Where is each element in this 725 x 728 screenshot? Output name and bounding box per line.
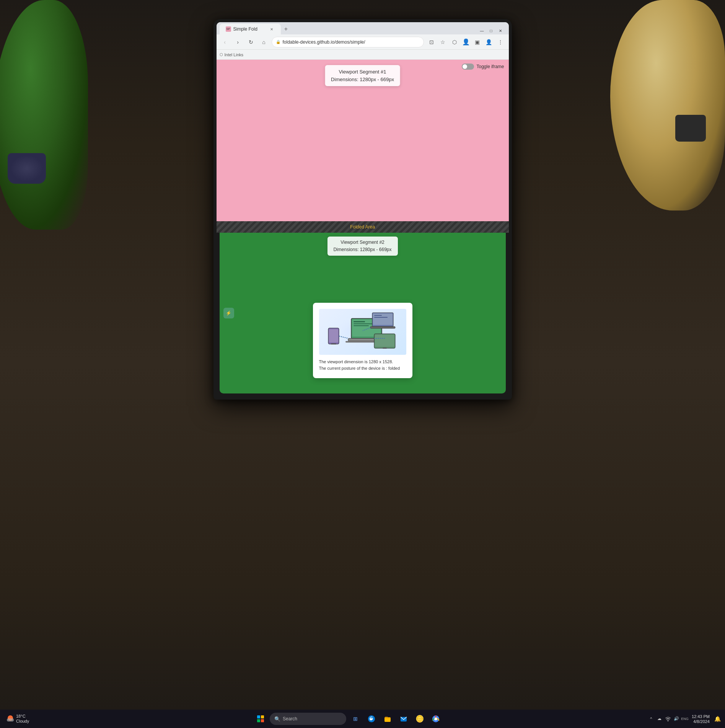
close-button[interactable]: ✕	[497, 27, 504, 34]
taskbar-center: 🔍 Search ⊞ 🪙	[51, 712, 646, 726]
plant-pot	[8, 153, 46, 184]
chrome-icon[interactable]	[429, 712, 443, 726]
svg-rect-12	[374, 317, 388, 318]
task-view-button[interactable]: ⊞	[349, 712, 362, 726]
wifi-icon[interactable]	[664, 715, 672, 723]
maximize-button[interactable]: □	[487, 27, 495, 34]
forward-button[interactable]: ›	[233, 37, 243, 47]
mug-decoration	[675, 115, 706, 142]
speaker-icon[interactable]: 🔊	[673, 715, 680, 723]
new-tab-button[interactable]: +	[281, 24, 292, 34]
viewport-segment-2-dims: Dimensions: 1280px - 669px	[333, 246, 391, 253]
info-card: The viewport dimension is 1280 x 1528. T…	[313, 303, 412, 378]
viewport-segment-1-title: Viewport Segment #1	[331, 68, 394, 76]
taskbar-search[interactable]: 🔍 Search	[270, 713, 346, 725]
device-top-bezel: SF Simple Fold ✕ + — □ ✕ ‹ ›	[213, 19, 512, 400]
menu-button[interactable]: ⋮	[495, 37, 506, 47]
edge-browser-icon[interactable]	[365, 712, 378, 726]
bookmarks-label[interactable]: Intel Links	[225, 52, 244, 57]
extension-button[interactable]: ⬡	[449, 37, 460, 47]
svg-rect-17	[329, 329, 338, 343]
viewport-segment-2-title: Viewport Segment #2	[333, 239, 391, 246]
account-button[interactable]: 👤	[484, 37, 494, 47]
tab-title-text: Simple Fold	[233, 26, 257, 32]
sidebar-button[interactable]: ▣	[472, 37, 483, 47]
bookmarks-bar: ⬡ Intel Links	[217, 50, 509, 60]
temperature: 18°C	[16, 714, 29, 719]
language-icon[interactable]: ENG	[681, 715, 689, 723]
minimize-button[interactable]: —	[478, 27, 486, 34]
side-icon-symbol: ⚡	[226, 310, 231, 316]
coin-app-icon[interactable]: 🪙	[413, 712, 427, 726]
tray-arrow[interactable]: ^	[647, 715, 655, 723]
security-icon: 🔒	[276, 40, 280, 44]
device-illustration	[319, 309, 406, 355]
weather-widget[interactable]: 18°C Cloudy	[3, 712, 32, 725]
refresh-button[interactable]: ↻	[246, 37, 256, 47]
search-icon: 🔍	[274, 716, 280, 722]
svg-rect-10	[370, 326, 395, 328]
svg-rect-18	[331, 343, 336, 344]
win-square-4	[261, 719, 264, 722]
cast-button[interactable]: ⊡	[426, 37, 437, 47]
top-screen: SF Simple Fold ✕ + — □ ✕ ‹ ›	[217, 22, 509, 221]
viewport-dimension-text: The viewport dimension is 1280 x 1528.	[319, 359, 406, 366]
active-tab[interactable]: SF Simple Fold ✕	[220, 24, 281, 34]
side-app-icon: ⚡	[223, 308, 234, 318]
back-button[interactable]: ‹	[220, 37, 230, 47]
tab-favicon: SF	[226, 26, 231, 32]
clock-time: 12:43 PM	[692, 714, 710, 719]
profile-button[interactable]: 👤	[461, 37, 471, 47]
fold-hinge: Folded Area	[217, 221, 509, 233]
taskbar-right: ^ ☁ 🔊 ENG 12:43 PM 4/8/2024 🔔	[647, 714, 722, 724]
folded-area-label: Folded Area	[350, 224, 375, 230]
address-bar[interactable]: 🔒 foldable-devices.github.io/demos/simpl…	[272, 37, 424, 47]
foldable-device: SF Simple Fold ✕ + — □ ✕ ‹ ›	[213, 19, 512, 400]
device-posture-text: The current posture of the device is : f…	[319, 365, 406, 372]
win-square-2	[261, 715, 264, 718]
svg-rect-7	[354, 325, 369, 326]
info-card-text: The viewport dimension is 1280 x 1528. T…	[319, 359, 406, 372]
svg-rect-15	[383, 348, 387, 349]
search-placeholder-text: Search	[283, 716, 297, 721]
browser-tab-bar: SF Simple Fold ✕ + — □ ✕	[217, 22, 509, 34]
viewport-segment-2-box: Viewport Segment #2 Dimensions: 1280px -…	[327, 237, 398, 256]
window-controls: — □ ✕	[478, 27, 506, 34]
svg-point-25	[434, 717, 437, 720]
svg-rect-14	[375, 335, 394, 347]
bookmark-button[interactable]: ☆	[438, 37, 448, 47]
weather-temp-display: 18°C Cloudy	[16, 714, 29, 724]
home-button[interactable]: ⌂	[259, 37, 269, 47]
windows-logo	[257, 715, 264, 722]
bottom-screen: Viewport Segment #2 Dimensions: 1280px -…	[220, 233, 506, 393]
file-explorer-icon[interactable]	[381, 712, 394, 726]
windows-taskbar: 18°C Cloudy 🔍 Search ⊞ 🪙	[0, 710, 725, 728]
win-square-1	[257, 715, 260, 718]
svg-point-26	[668, 721, 668, 721]
weather-icon	[6, 715, 15, 723]
system-tray: ^ ☁ 🔊 ENG	[647, 715, 689, 723]
taskbar-left: 18°C Cloudy	[3, 712, 49, 725]
cloud-icon[interactable]: ☁	[656, 715, 663, 723]
browser-action-buttons: ⊡ ☆ ⬡ 👤 ▣ 👤 ⋮	[426, 37, 506, 47]
clock-date: 4/8/2024	[692, 719, 710, 724]
start-button[interactable]	[254, 712, 267, 726]
tab-close-button[interactable]: ✕	[269, 26, 275, 32]
toggle-switch[interactable]	[462, 64, 474, 70]
svg-rect-6	[354, 323, 373, 324]
win-square-3	[257, 719, 260, 722]
viewport-segment-1-dims: Dimensions: 1280px - 669px	[331, 76, 394, 83]
devices-svg	[324, 311, 401, 353]
url-text: foldable-devices.github.io/demos/simple/	[283, 39, 365, 45]
toggle-label: Toggle iframe	[476, 64, 504, 69]
plant-decoration	[0, 0, 88, 230]
top-viewport-content: Viewport Segment #1 Dimensions: 1280px -…	[217, 60, 509, 221]
device-bottom-bezel: Viewport Segment #2 Dimensions: 1280px -…	[217, 233, 509, 397]
toggle-iframe-control[interactable]: Toggle iframe	[462, 64, 504, 70]
clock-widget[interactable]: 12:43 PM 4/8/2024	[690, 714, 711, 724]
mail-icon[interactable]	[397, 712, 411, 726]
notification-button[interactable]: 🔔	[713, 714, 722, 723]
browser-window: SF Simple Fold ✕ + — □ ✕ ‹ ›	[217, 22, 509, 221]
bookmarks-icon: ⬡	[220, 52, 223, 57]
svg-rect-11	[374, 315, 382, 316]
